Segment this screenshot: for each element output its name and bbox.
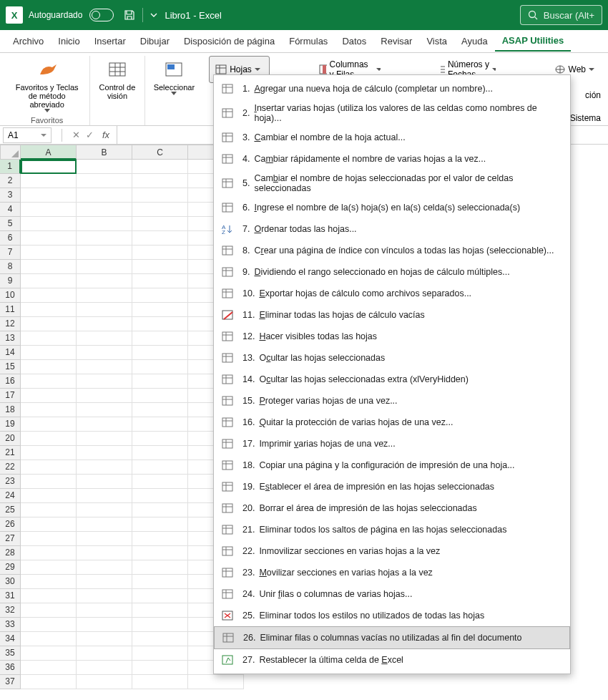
row-header[interactable]: 16 bbox=[0, 374, 21, 389]
chevron-down-icon[interactable] bbox=[41, 133, 46, 137]
row-header[interactable]: 13 bbox=[0, 331, 21, 346]
favoritos-button[interactable]: Favoritos y Teclas de método abreviado bbox=[9, 56, 85, 116]
cell[interactable] bbox=[132, 217, 188, 231]
search-box[interactable]: Buscar (Alt+ bbox=[520, 5, 602, 25]
cell[interactable] bbox=[77, 217, 132, 231]
cell[interactable] bbox=[132, 603, 188, 618]
menu-item-2[interactable]: 2.Insertar varias hojas (utiliza los val… bbox=[214, 99, 570, 127]
cell[interactable] bbox=[77, 675, 132, 689]
cell[interactable] bbox=[21, 460, 77, 475]
row-header[interactable]: 34 bbox=[0, 632, 21, 646]
menu-item-9[interactable]: 9.Dividiendo el rango seleccionado en ho… bbox=[214, 261, 570, 283]
cell[interactable] bbox=[77, 460, 132, 475]
menu-item-21[interactable]: 21.Eliminar todos los saltos de página e… bbox=[214, 519, 570, 540]
cell[interactable] bbox=[132, 303, 188, 317]
cell[interactable] bbox=[77, 517, 132, 532]
cell[interactable] bbox=[77, 346, 132, 360]
cell[interactable] bbox=[132, 503, 188, 517]
row-header[interactable]: 28 bbox=[0, 546, 21, 560]
cell[interactable] bbox=[132, 174, 188, 188]
cell[interactable] bbox=[132, 417, 188, 432]
cell[interactable] bbox=[21, 546, 77, 560]
row-header[interactable]: 10 bbox=[0, 288, 21, 303]
cell[interactable] bbox=[132, 317, 188, 331]
cell[interactable] bbox=[132, 646, 188, 661]
cell[interactable] bbox=[77, 389, 132, 403]
row-header[interactable]: 1 bbox=[0, 160, 21, 174]
row-header[interactable]: 36 bbox=[0, 661, 21, 675]
cell[interactable] bbox=[132, 632, 188, 646]
menu-item-24[interactable]: 24.Unir filas o columnas de varias hojas… bbox=[214, 583, 570, 605]
cell[interactable] bbox=[132, 346, 188, 360]
row-header[interactable]: 21 bbox=[0, 446, 21, 460]
cell[interactable] bbox=[21, 246, 77, 260]
column-header[interactable]: C bbox=[132, 145, 188, 160]
menu-item-datos[interactable]: Datos bbox=[335, 31, 373, 51]
menu-item-11[interactable]: 11.Eliminar todas las hojas de cálculo v… bbox=[214, 304, 570, 326]
cell[interactable] bbox=[132, 618, 188, 632]
menu-item-8[interactable]: 8.Crear una página de índice con vínculo… bbox=[214, 240, 570, 261]
fx-label[interactable]: fx bbox=[102, 130, 109, 140]
cell[interactable] bbox=[77, 661, 132, 675]
menu-item-3[interactable]: 3.Cambiar el nombre de la hoja actual... bbox=[214, 127, 570, 148]
cancel-icon[interactable]: ✕ bbox=[72, 130, 80, 140]
cell[interactable] bbox=[132, 360, 188, 374]
row-header[interactable]: 4 bbox=[0, 203, 21, 217]
cell[interactable] bbox=[77, 246, 132, 260]
confirm-icon[interactable]: ✓ bbox=[86, 130, 94, 140]
row-header[interactable]: 33 bbox=[0, 618, 21, 632]
row-header[interactable]: 32 bbox=[0, 603, 21, 618]
menu-item-5[interactable]: 5.Cambiar el nombre de hojas seleccionad… bbox=[214, 170, 570, 197]
cell[interactable] bbox=[132, 432, 188, 446]
menu-item-dibujar[interactable]: Dibujar bbox=[133, 31, 177, 51]
cell[interactable] bbox=[77, 317, 132, 331]
control-vision-button[interactable]: Control de visión bbox=[94, 56, 139, 103]
cell[interactable] bbox=[77, 575, 132, 589]
cell[interactable] bbox=[21, 346, 77, 360]
cell[interactable] bbox=[21, 646, 77, 661]
cell[interactable] bbox=[77, 446, 132, 460]
menu-item-1[interactable]: 1.Agregar una nueva hoja de cálculo (com… bbox=[214, 78, 570, 99]
cell[interactable] bbox=[21, 288, 77, 303]
row-header[interactable]: 7 bbox=[0, 246, 21, 260]
cell[interactable] bbox=[132, 160, 188, 174]
menu-item-23[interactable]: 23.Movilizar secciones en varias hojas a… bbox=[214, 562, 570, 583]
cell[interactable] bbox=[77, 646, 132, 661]
row-header[interactable]: 24 bbox=[0, 489, 21, 503]
cell[interactable] bbox=[77, 546, 132, 560]
cell[interactable] bbox=[21, 274, 77, 288]
cell[interactable] bbox=[132, 403, 188, 417]
cell[interactable] bbox=[132, 517, 188, 532]
cell[interactable] bbox=[21, 217, 77, 231]
row-header[interactable]: 6 bbox=[0, 231, 21, 246]
autosave-toggle[interactable] bbox=[89, 9, 114, 21]
cell[interactable] bbox=[21, 360, 77, 374]
cell[interactable] bbox=[77, 532, 132, 546]
cell[interactable] bbox=[21, 231, 77, 246]
cell[interactable] bbox=[77, 303, 132, 317]
cell[interactable] bbox=[21, 632, 77, 646]
row-header[interactable]: 3 bbox=[0, 188, 21, 203]
row-header[interactable]: 27 bbox=[0, 532, 21, 546]
menu-item-17[interactable]: 17.Imprimir varias hojas de una vez... bbox=[214, 433, 570, 454]
cell[interactable] bbox=[77, 589, 132, 603]
row-header[interactable]: 20 bbox=[0, 432, 21, 446]
cell[interactable] bbox=[77, 231, 132, 246]
row-header[interactable]: 17 bbox=[0, 389, 21, 403]
cell[interactable] bbox=[77, 160, 132, 174]
cell[interactable] bbox=[132, 188, 188, 203]
cell[interactable] bbox=[132, 546, 188, 560]
cell[interactable] bbox=[132, 589, 188, 603]
menu-item-18[interactable]: 18.Copiar una página y la configuración … bbox=[214, 454, 570, 476]
cell[interactable] bbox=[21, 618, 77, 632]
cell[interactable] bbox=[77, 603, 132, 618]
cell[interactable] bbox=[77, 403, 132, 417]
row-header[interactable]: 14 bbox=[0, 346, 21, 360]
cell[interactable] bbox=[77, 489, 132, 503]
cell[interactable] bbox=[132, 274, 188, 288]
menu-item-fórmulas[interactable]: Fórmulas bbox=[282, 31, 335, 51]
select-all-corner[interactable] bbox=[0, 145, 21, 160]
cell[interactable] bbox=[77, 475, 132, 489]
cell[interactable] bbox=[21, 661, 77, 675]
cell[interactable] bbox=[21, 517, 77, 532]
